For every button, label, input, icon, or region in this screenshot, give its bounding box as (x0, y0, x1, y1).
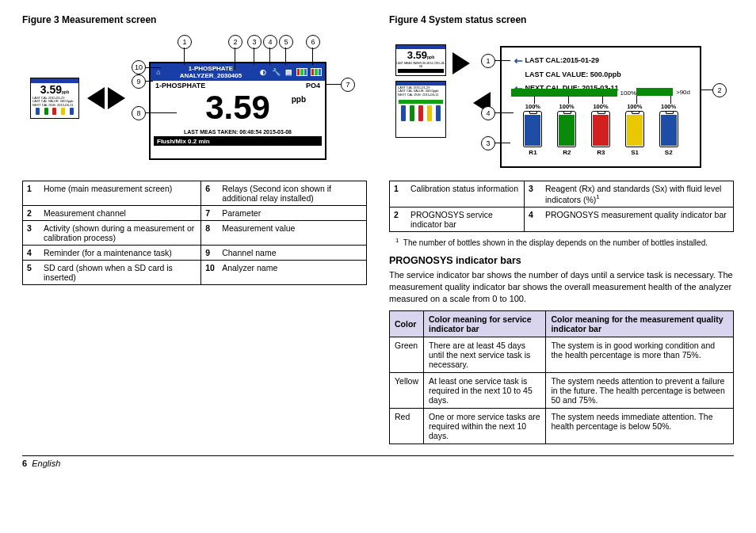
sd-card-icon: ▤ (284, 67, 293, 77)
page-footer: 6 English (22, 459, 734, 468)
callout-9: 9 (132, 74, 146, 89)
calibration-status: ↗ LAST CAL:2015-01-29 ↗ LAST CAL VALUE: … (514, 52, 621, 94)
callout-1: 1 (481, 54, 495, 68)
reagent-bottle (659, 111, 678, 147)
prognosys-body: The service indicator bar shows the numb… (389, 269, 734, 305)
callout-1: 1 (178, 35, 192, 49)
nav-arrow-left-icon (87, 87, 105, 109)
callout-2: 2 (228, 35, 242, 49)
channel-name: 1-PHOSPHATE (155, 82, 205, 89)
flush-mix-bar: Flush/Mix 0.2 min (154, 136, 322, 146)
callout-3: 3 (481, 136, 495, 150)
analyzer-name: ANALYZER_2030405 (180, 72, 242, 79)
top-bar: ⌂ 1-PHOSPHATE ANALYZER_2030405 ◐ 🔧 ▤ (151, 63, 325, 81)
figure4-footnote: 1 The number of bottles shown in the dis… (395, 237, 734, 247)
right-column: Figure 4 System status screen 3.59ppb LA… (389, 14, 734, 444)
left-column: Figure 3 Measurement screen 3.59ppb LAST… (22, 14, 367, 444)
parameter: PO4 (306, 82, 320, 89)
home-icon: ⌂ (154, 67, 163, 77)
figure4-key-table: 1Calibration status information3Reagent … (389, 181, 734, 232)
reagent-bottle (625, 111, 644, 147)
reminder-icon: 🔧 (271, 67, 281, 77)
callout-6: 6 (306, 35, 320, 49)
relay2-icon (311, 68, 322, 76)
callout-2: 2 (712, 83, 727, 97)
figure4-thumb-measure: 3.59ppb LAST MEAS TAKEN 06:48:54 2015-03… (395, 44, 446, 76)
cal-arrow-icon: ↗ (510, 53, 526, 69)
callout-8: 8 (132, 106, 146, 120)
nav-arrow-right-icon (452, 52, 470, 74)
measurement-unit: ppb (292, 96, 306, 104)
reagent-bottle (557, 111, 576, 147)
relay-icon (296, 68, 307, 76)
figure4-title: Figure 4 System status screen (389, 14, 734, 25)
callout-3: 3 (247, 35, 262, 49)
quality-indicator-bar: 100% (511, 89, 636, 97)
color-meaning-table: ColorColor meaning for service indicator… (389, 310, 734, 444)
activity-icon: ◐ (258, 67, 268, 77)
measurement-value: 3.59 ppb (151, 89, 325, 124)
prognosys-heading: PROGNOSYS indicator bars (389, 255, 734, 266)
figure3-thumbnail: 3.59ppb LAST CAL:2015-01-29LAST CAL VALU… (30, 78, 79, 119)
page-footer-rule (22, 455, 734, 456)
measurement-screen: ⌂ 1-PHOSPHATE ANALYZER_2030405 ◐ 🔧 ▤ 1-P… (149, 62, 326, 160)
service-indicator-bar: >90d (636, 88, 690, 96)
reagent-bottle (591, 111, 610, 147)
figure3-illustration: 3.59ppb LAST CAL:2015-01-29LAST CAL VALU… (22, 30, 367, 173)
figure4-thumb-status: LAST CAL:2015-01-29LAST CAL VALUE: 500.0… (395, 81, 446, 138)
callout-4: 4 (481, 106, 495, 120)
figure4-illustration: 3.59ppb LAST MEAS TAKEN 06:48:54 2015-03… (389, 30, 734, 173)
callout-4: 4 (263, 35, 277, 49)
callout-10: 10 (132, 60, 146, 74)
system-status-screen: ↗ LAST CAL:2015-01-29 ↗ LAST CAL VALUE: … (500, 46, 701, 168)
page-body: Figure 3 Measurement screen 3.59ppb LAST… (22, 14, 734, 444)
figure3-key-table: 1Home (main measurement screen)6Relays (… (22, 181, 367, 285)
nav-arrow-right-icon (108, 87, 125, 109)
reagent-bottle (523, 111, 542, 147)
callout-7: 7 (341, 78, 355, 92)
channel-title: 1-PHOSPHATE (189, 65, 233, 72)
figure3-title: Figure 3 Measurement screen (22, 14, 367, 25)
callout-5: 5 (279, 35, 293, 49)
